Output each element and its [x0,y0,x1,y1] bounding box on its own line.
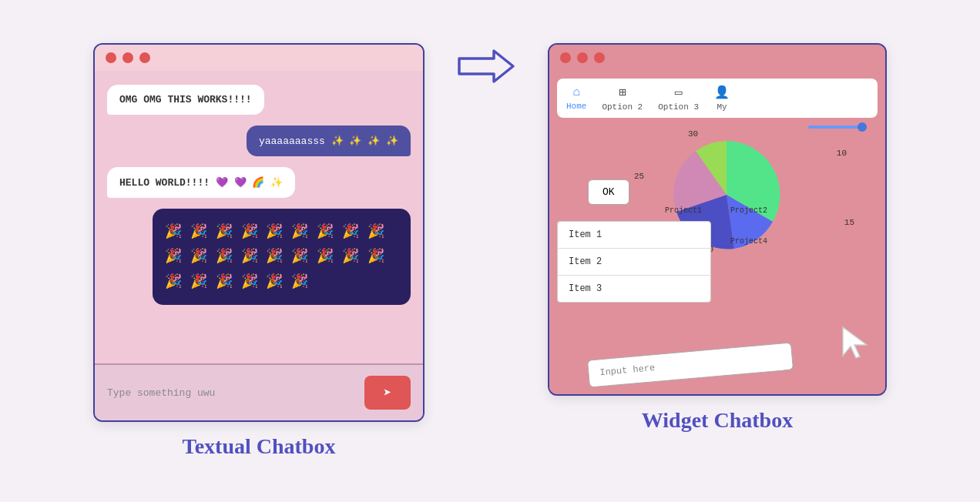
bubble-2: yaaaaaaasss ✨ ✨ ✨ ✨ [247,126,411,156]
chat-input-placeholder[interactable]: Type something uwu [107,387,357,399]
ok-button[interactable]: OK [588,179,629,205]
nav-option3[interactable]: ▭ Option 3 [658,85,699,112]
main-container: OMG OMG THIS WORKS!!!! yaaaaaaasss ✨ ✨ ✨… [78,28,902,474]
nav-home-label: Home [566,102,586,111]
chart-label-30: 30 [688,129,698,139]
widget-panel: ⌂ Home ⊞ Option 2 ▭ Option 3 👤 [548,43,887,396]
widget-title-bar [549,45,885,71]
slider-track[interactable] [808,126,862,129]
chart-label-15: 15 [844,218,854,227]
chart-label-25: 25 [634,172,644,181]
list-container: Item 1 Item 2 Item 3 [557,221,711,303]
left-section: OMG OMG THIS WORKS!!!! yaaaaaaasss ✨ ✨ ✨… [93,43,425,459]
left-section-label: Textual Chatbox [183,434,336,459]
list-item-2[interactable]: Item 2 [558,249,710,276]
dot-red3 [139,52,150,63]
nav-option3-label: Option 3 [658,102,699,112]
nav-bar: ⌂ Home ⊞ Option 2 ▭ Option 3 👤 [557,79,878,118]
send-icon: ➤ [384,384,392,401]
project4-label: Project4 [730,237,767,246]
input-placeholder: Input here [599,363,656,378]
list-item-1[interactable]: Item 1 [558,222,710,249]
dot-red [106,52,116,63]
labels-row: OMG OMG THIS WORKS!!!! yaaaaaaasss ✨ ✨ ✨… [93,43,887,459]
bubble-3: HELLO WORLD!!!! 💜 💜 🌈 ✨ [107,167,295,198]
home-icon: ⌂ [572,85,580,99]
dot-red2 [123,52,133,63]
slider-thumb [858,122,867,132]
list-item-3[interactable]: Item 3 [558,276,710,302]
nav-option2[interactable]: ⊞ Option 2 [602,85,643,112]
nav-option2-label: Option 2 [602,102,643,112]
widget-dot1 [560,52,571,63]
nav-home[interactable]: ⌂ Home [566,85,586,111]
widget-dot2 [577,52,588,63]
bubble-4: 🎉 🎉 🎉 🎉 🎉 🎉 🎉 🎉 🎉 🎉 🎉 🎉 🎉 🎉 🎉 🎉 🎉 🎉 🎉 🎉 … [153,209,411,305]
bubble-1: OMG OMG THIS WORKS!!!! [107,85,264,115]
svg-marker-0 [459,51,513,82]
chat-input-area: Type something uwu ➤ [95,363,423,420]
cursor-icon [839,323,870,371]
right-section-label: Widget Chatbox [642,408,793,433]
send-button[interactable]: ➤ [364,376,411,410]
widget-dot3 [594,52,605,63]
chart-label-10: 10 [837,149,847,158]
chat-body: OMG OMG THIS WORKS!!!! yaaaaaaasss ✨ ✨ ✨… [95,71,423,363]
option3-icon: ▭ [675,85,683,100]
input-field[interactable]: Input here [587,342,794,387]
slider-container[interactable] [808,126,862,129]
project2-label: Project2 [730,206,767,215]
my-icon: 👤 [714,85,730,100]
arrow-container [455,43,517,89]
chat-title-bar [95,45,423,71]
arrow-icon [455,43,517,89]
nav-my-label: My [717,102,727,112]
project1-label: Project1 [665,206,702,215]
option2-icon: ⊞ [619,85,626,100]
nav-my[interactable]: 👤 My [714,85,730,112]
ok-label: OK [602,186,615,198]
chat-panel: OMG OMG THIS WORKS!!!! yaaaaaaasss ✨ ✨ ✨… [93,43,425,422]
svg-marker-1 [843,327,867,358]
right-section: ⌂ Home ⊞ Option 2 ▭ Option 3 👤 [548,43,887,433]
widget-body: ⌂ Home ⊞ Option 2 ▭ Option 3 👤 [549,71,885,394]
